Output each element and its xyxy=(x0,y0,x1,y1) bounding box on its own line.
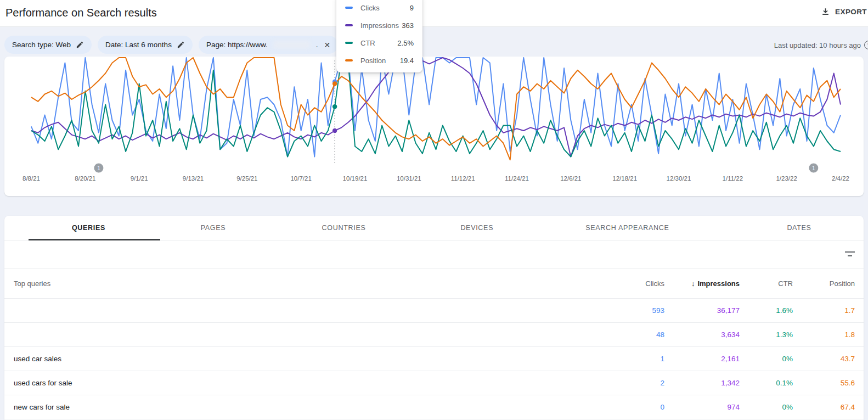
metric-value: 363 xyxy=(402,21,414,30)
filter-chip[interactable]: Search type: Web xyxy=(4,36,92,54)
metric-value: 19.4 xyxy=(400,57,414,65)
query-cell: used cars for sale xyxy=(14,379,599,387)
table-row[interactable]: new cars for sale09740%67.4 xyxy=(4,395,864,419)
ctr-value: 0% xyxy=(740,355,793,363)
x-axis-tick-label: 8/8/21 xyxy=(22,175,40,182)
queries-table-card: QUERIESPAGESCOUNTRIESDEVICESSEARCH APPEA… xyxy=(4,216,864,420)
series-line-impressions xyxy=(31,58,841,157)
filter-chip-label: Search type: Web xyxy=(12,41,71,49)
filter-chip-suffix: . xyxy=(316,41,318,49)
help-icon[interactable]: ? xyxy=(864,41,868,49)
impressions-value: 974 xyxy=(664,403,740,411)
x-axis-tick-label: 10/7/21 xyxy=(290,175,311,182)
x-axis-tick-label: 9/1/21 xyxy=(131,175,148,182)
ctr-value: 0% xyxy=(740,403,793,411)
hover-dot-impressions xyxy=(332,128,337,133)
clicks-value: 593 xyxy=(599,306,664,315)
annotation-badge-count: 1 xyxy=(97,165,100,171)
table-row[interactable]: 59336,1771.6%1.7 xyxy=(4,299,864,323)
metric-label: Impressions xyxy=(360,21,399,30)
performance-chart[interactable]: 8/8/218/20/219/1/219/13/219/25/2110/7/21… xyxy=(4,57,864,196)
x-axis-tick-label: 10/19/21 xyxy=(343,175,368,182)
table-row[interactable]: used car sales12,1610%43.7 xyxy=(4,347,864,371)
tooltip-metric-row: CTR2.5% xyxy=(336,34,422,52)
x-axis-tick-label: 9/13/21 xyxy=(183,175,204,182)
page-title: Performance on Search results xyxy=(5,7,157,19)
query-cell: new cars for sale xyxy=(14,403,599,411)
table-body: 59336,1771.6%1.7483,6341.3%1.8used car s… xyxy=(4,299,864,420)
position-value: 55.6 xyxy=(793,379,855,387)
filter-chip-label: Page: https://www. xyxy=(206,41,268,49)
last-updated-text: Last updated: 10 hours ago xyxy=(774,41,861,49)
edit-pencil-icon[interactable] xyxy=(177,41,185,49)
performance-chart-card: 8/8/218/20/219/1/219/13/219/25/2110/7/21… xyxy=(4,57,864,196)
hover-dot-position xyxy=(332,81,337,86)
filter-rows-icon[interactable] xyxy=(845,251,855,257)
tooltip-metric-row: Impressions363 xyxy=(336,16,422,34)
filter-chip-label: Date: Last 6 months xyxy=(105,41,172,49)
impressions-value: 36,177 xyxy=(664,306,740,315)
export-label: EXPORT xyxy=(835,8,867,16)
tab-dates[interactable]: DATES xyxy=(735,216,864,240)
column-header-ctr[interactable]: CTR xyxy=(740,279,793,288)
x-axis-tick-label: 12/6/21 xyxy=(560,175,581,182)
metric-value: 2.5% xyxy=(397,39,414,47)
metric-label: Clicks xyxy=(360,4,380,12)
hover-dot-ctr xyxy=(332,104,337,109)
position-value: 1.8 xyxy=(793,331,855,339)
table-toolbar xyxy=(4,240,864,268)
active-tab-underline xyxy=(29,239,160,240)
x-axis-tick-label: 1/11/22 xyxy=(723,175,743,182)
edit-pencil-icon[interactable] xyxy=(76,41,84,49)
x-axis-tick-label: 9/25/21 xyxy=(236,175,257,182)
x-axis-tick-label: 12/30/21 xyxy=(667,175,691,182)
top-queries-header: Top queries xyxy=(14,279,599,288)
clicks-value: 0 xyxy=(599,403,664,411)
tooltip-metric-row: Clicks9 xyxy=(336,0,422,16)
table-row[interactable]: used cars for sale21,3420.1%55.6 xyxy=(4,371,864,395)
column-header-clicks[interactable]: Clicks xyxy=(599,279,664,288)
top-header-bar: Performance on Search results EXPORT xyxy=(0,0,868,27)
remove-filter-icon[interactable]: ✕ xyxy=(323,41,330,49)
metric-label: Position xyxy=(360,57,386,65)
redacted-url xyxy=(274,41,310,49)
impressions-value: 3,634 xyxy=(664,331,740,339)
metric-color-swatch xyxy=(345,7,353,9)
annotation-badge-count: 1 xyxy=(812,165,815,171)
series-line-clicks xyxy=(31,58,841,157)
query-cell: used car sales xyxy=(14,355,599,363)
filter-chip[interactable]: Date: Last 6 months xyxy=(98,36,193,54)
table-header-row: Top queries Clicks↓ImpressionsCTRPositio… xyxy=(4,268,864,299)
filter-chip[interactable]: Page: https://www..✕ xyxy=(199,36,338,54)
x-axis-tick-label: 8/20/21 xyxy=(75,175,95,182)
ctr-value: 1.6% xyxy=(740,306,793,315)
x-axis-tick-label: 1/23/22 xyxy=(776,175,797,182)
column-header-impressions[interactable]: ↓Impressions xyxy=(664,279,740,288)
chart-hover-tooltip: Clicks9Impressions363CTR2.5%Position19.4 xyxy=(336,0,422,72)
position-value: 67.4 xyxy=(793,403,855,411)
filter-bar: Search type: WebDate: Last 6 monthsPage:… xyxy=(0,26,868,57)
ctr-value: 0.1% xyxy=(740,379,793,387)
tab-countries[interactable]: COUNTRIES xyxy=(253,216,434,240)
sort-desc-arrow: ↓ xyxy=(691,279,695,288)
x-axis-tick-label: 10/31/21 xyxy=(397,175,421,182)
metric-value: 9 xyxy=(410,4,414,12)
tab-search-appearance[interactable]: SEARCH APPEARANCE xyxy=(520,216,735,240)
column-header-position[interactable]: Position xyxy=(793,279,855,288)
clicks-value: 2 xyxy=(599,379,664,387)
tab-pages[interactable]: PAGES xyxy=(173,216,253,240)
x-axis-tick-label: 11/24/21 xyxy=(505,175,529,182)
table-row[interactable]: 483,6341.3%1.8 xyxy=(4,323,864,347)
download-icon xyxy=(821,7,830,16)
metric-color-swatch xyxy=(345,24,353,26)
export-button[interactable]: EXPORT xyxy=(821,7,868,16)
x-axis-tick-label: 11/12/21 xyxy=(451,175,475,182)
series-line-ctr xyxy=(31,58,841,157)
x-axis-tick-label: 2/4/22 xyxy=(832,175,849,182)
position-value: 43.7 xyxy=(793,355,855,363)
position-value: 1.7 xyxy=(793,306,855,315)
tab-devices[interactable]: DEVICES xyxy=(434,216,520,240)
impressions-value: 2,161 xyxy=(664,355,740,363)
tab-queries[interactable]: QUERIES xyxy=(4,216,173,240)
filter-chips: Search type: WebDate: Last 6 monthsPage:… xyxy=(4,36,379,54)
